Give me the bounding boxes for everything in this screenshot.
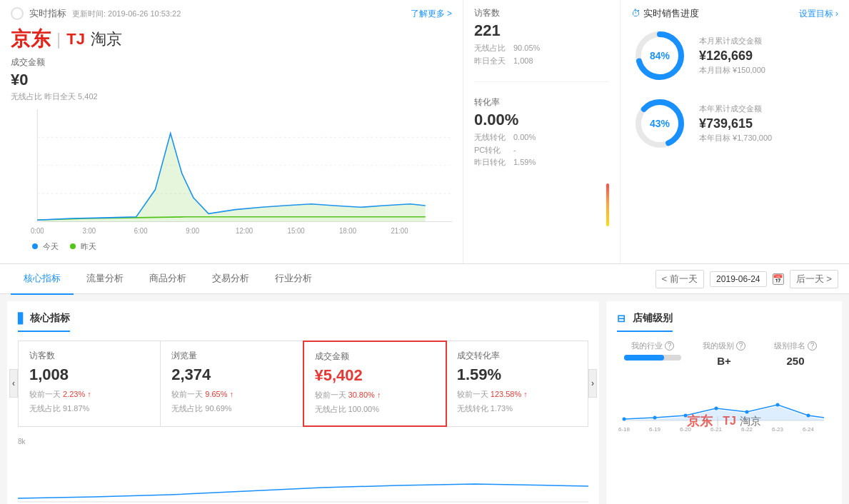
yearly-target: 本年目标 ¥1,730,000 — [699, 133, 838, 143]
svg-text:12:00: 12:00 — [236, 227, 253, 235]
conv-pc-val: - — [513, 146, 516, 154]
core-metrics-title: ▋ 核心指标 — [18, 312, 70, 332]
visitors-wireless-label: 无线占比 — [474, 42, 513, 55]
conversion-label: 转化率 — [474, 96, 609, 109]
t-sub-1-val: 100.00% — [348, 405, 379, 413]
metrics-row-wrap: ‹ 访客数 1,008 较前一天 2.23% ↑ 无线占比 91.87% 浏览量… — [18, 341, 588, 427]
b-sub-0-label: 较前一天 — [171, 390, 203, 398]
store-level-col: 我的级别 ? B+ — [688, 341, 760, 367]
v-sub-0-label: 较前一天 — [29, 390, 61, 398]
conv-yesterday-label: 昨日转化 — [474, 156, 513, 169]
learn-more-link[interactable]: 了解更多 — [411, 8, 452, 20]
visitors-yesterday-val: 1,008 — [513, 56, 533, 65]
date-display: 2019-06-24 — [710, 271, 766, 287]
metric-transaction-sub: 较前一天 30.80% ↑ 无线占比 100.00% — [315, 388, 435, 417]
svg-marker-5 — [37, 133, 425, 222]
svg-point-21 — [623, 418, 626, 421]
store-industry-col: 我的行业 ? — [617, 341, 688, 363]
transaction-value: ¥0 — [11, 71, 452, 89]
store-level-col-title: 我的级别 ? — [688, 341, 760, 351]
tab-traffic[interactable]: 流量分析 — [74, 263, 136, 295]
store-rank-title: 级别排名 ? — [760, 341, 831, 351]
calendar-icon[interactable]: 📅 — [773, 273, 784, 285]
tab-core-metrics[interactable]: 核心指标 — [11, 263, 74, 295]
logo-jd: 京东 — [11, 26, 51, 53]
rank-value: 250 — [760, 355, 831, 367]
svg-text:6:00: 6:00 — [134, 227, 148, 235]
bar-chart-icon: ▋ — [18, 313, 26, 324]
visitors-label: 访客数 — [474, 7, 609, 19]
clock-icon — [11, 7, 24, 20]
svg-text:0:00: 0:00 — [31, 227, 44, 235]
c-sub-1-label: 无线转化 — [457, 404, 488, 413]
middle-nav: 核心指标 流量分析 商品分析 交易分析 行业分析 < 前一天 2019-06-2… — [0, 264, 849, 294]
scroll-left-btn[interactable]: ‹ — [9, 369, 18, 398]
metrics-row: 访客数 1,008 较前一天 2.23% ↑ 无线占比 91.87% 浏览量 2… — [18, 341, 588, 427]
yearly-label: 本年累计成交金额 — [699, 104, 838, 114]
store-level-title: ⊟ 店铺级别 — [617, 312, 673, 332]
svg-text:6-23: 6-23 — [772, 426, 784, 433]
metric-browse-label: 浏览量 — [171, 350, 291, 362]
industry-help-icon[interactable]: ? — [665, 341, 674, 351]
color-bar — [606, 183, 609, 226]
store-level-panel: ⊟ 店铺级别 我的行业 ? 我的级别 ? B+ — [606, 301, 842, 504]
metric-browse: 浏览量 2,374 较前一天 9.65% ↑ 无线占比 90.69% — [161, 341, 303, 426]
svg-text:3:00: 3:00 — [82, 227, 96, 235]
metric-browse-sub: 较前一天 9.65% ↑ 无线占比 90.69% — [171, 388, 291, 416]
visitors-yesterday-label: 昨日全天 — [474, 55, 513, 68]
visitors-wireless-val: 90.05% — [513, 44, 540, 52]
set-target-btn[interactable]: 设置目标 › — [799, 8, 838, 20]
next-day-btn[interactable]: 后一天 > — [790, 270, 839, 288]
scroll-right-btn[interactable]: › — [588, 369, 597, 398]
industry-bar — [624, 355, 681, 361]
svg-text:6-19: 6-19 — [649, 426, 661, 433]
monthly-percent: 84% — [650, 50, 670, 61]
bottom-left-panel: ▋ 核心指标 ‹ 访客数 1,008 较前一天 2.23% ↑ 无线占比 91.… — [7, 301, 599, 504]
nav-right: < 前一天 2019-06-24 📅 后一天 > — [655, 270, 838, 288]
t-sub-0-label: 较前一天 — [315, 390, 346, 399]
conversion-sub: 无线转化0.00% PC转化- 昨日转化1.59% — [474, 131, 609, 169]
monthly-label: 本月累计成交金额 — [699, 36, 838, 46]
my-level-value: B+ — [688, 355, 760, 367]
realtime-sales-panel: 实时销售进度 设置目标 › 84% 本月累计成交金额 ¥126,669 本月目标… — [621, 0, 849, 263]
store-level-label: 店铺级别 — [633, 312, 673, 325]
bottom-chart-svg — [18, 448, 588, 504]
monthly-value: ¥126,669 — [699, 49, 838, 64]
yesterday-dot — [70, 243, 76, 249]
v-sub-1-val: 91.87% — [63, 404, 89, 413]
visitors-sub: 无线占比90.05% 昨日全天1,008 — [474, 42, 609, 67]
metric-conversion-sub: 较前一天 123.58% ↑ 无线转化 1.73% — [457, 388, 577, 416]
store-mini-chart-wrap: 6-18 6-19 6-20 6-21 6-22 6-23 6-24 京东 | … — [617, 378, 831, 437]
tab-transactions[interactable]: 交易分析 — [199, 263, 262, 295]
metric-visitors-label: 访客数 — [29, 350, 149, 362]
middle-stats-panel: 访客数 221 无线占比90.05% 昨日全天1,008 转化率 0.00% 无… — [463, 0, 621, 263]
core-metrics-label: 核心指标 — [30, 312, 70, 325]
yearly-section: 43% 本年累计成交金额 ¥739,615 本年目标 ¥1,730,000 — [631, 95, 838, 152]
bottom-chart: 8k — [18, 438, 588, 504]
tab-products[interactable]: 商品分析 — [136, 263, 199, 295]
store-industry-title: 我的行业 ? — [617, 341, 688, 351]
b-sub-1-label: 无线占比 — [171, 404, 203, 413]
prev-day-btn[interactable]: < 前一天 — [655, 270, 705, 288]
today-dot — [32, 243, 38, 249]
legend-yesterday: 昨天 — [70, 241, 96, 252]
level-help-icon[interactable]: ? — [736, 341, 745, 351]
update-time: 更新时间: 2019-06-26 10:53:22 — [72, 9, 181, 19]
b-sub-1-val: 90.69% — [205, 404, 231, 413]
conv-pc-label: PC转化 — [474, 144, 513, 157]
bottom-section: ▋ 核心指标 ‹ 访客数 1,008 较前一天 2.23% ↑ 无线占比 91.… — [0, 294, 849, 504]
mini-logo-cn: 淘京 — [740, 415, 761, 428]
chart-svg: 0:00 3:00 6:00 9:00 12:00 15:00 18:00 21… — [11, 109, 452, 238]
c-sub-0-label: 较前一天 — [457, 390, 488, 398]
tab-industry[interactable]: 行业分析 — [262, 263, 325, 295]
visitors-value: 221 — [474, 21, 609, 40]
conv-wireless-label: 无线转化 — [474, 131, 513, 144]
conv-wireless-val: 0.00% — [513, 133, 536, 141]
rank-help-icon[interactable]: ? — [808, 341, 817, 351]
chart-legend: 今天 昨天 — [11, 241, 452, 252]
b-sub-0-val: 9.65% — [205, 390, 227, 398]
yearly-target-label: 本年目标 — [699, 133, 730, 142]
logo-tj-text: TJ — [66, 30, 85, 49]
logo-separator: | — [56, 29, 61, 49]
store-rank-col: 级别排名 ? 250 — [760, 341, 831, 367]
